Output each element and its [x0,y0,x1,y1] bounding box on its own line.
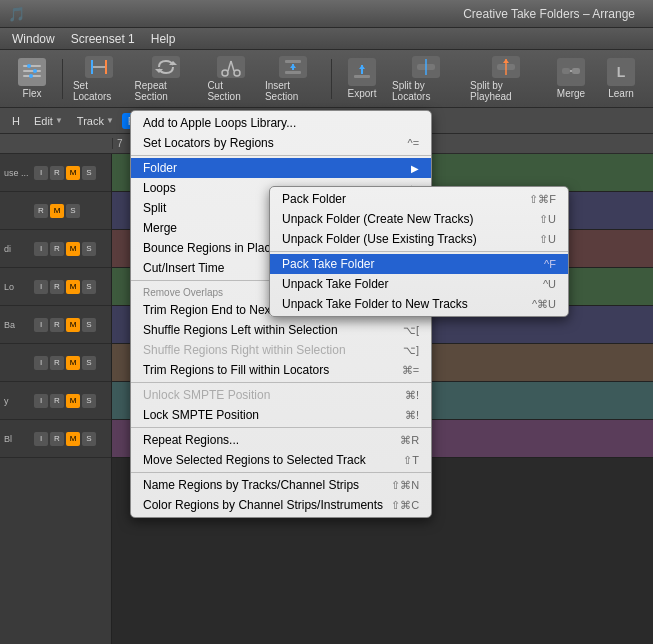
track-header-8: Bl I R M S [0,420,111,458]
svg-marker-26 [503,59,509,63]
svg-rect-27 [562,68,570,74]
menu-unlock-smpte: Unlock SMPTE Position ⌘! [131,385,431,405]
svg-line-13 [228,61,231,71]
track-3-m[interactable]: M [66,242,80,256]
track-5-i[interactable]: I [34,318,48,332]
track-5-r[interactable]: R [50,318,64,332]
split-by-playhead-label: Split by Playhead [470,80,541,102]
track-3-s[interactable]: S [82,242,96,256]
menu-folder[interactable]: Folder ▶ [131,158,431,178]
insert-section-button[interactable]: Insert Section [261,54,325,104]
track-7-name: y [4,396,32,406]
track-header-2: R M S [0,192,111,230]
menu-help[interactable]: Help [143,30,184,48]
track-headers: use ... I R M S R M S di I R M S [0,154,112,644]
track-8-m[interactable]: M [66,432,80,446]
track-6-m[interactable]: M [66,356,80,370]
track-2-m[interactable]: M [50,204,64,218]
track-5-s[interactable]: S [82,318,96,332]
track-area: 7 8 9 10 11 12 use ... I R M S R M S [0,134,653,644]
export-label: Export [348,88,377,99]
track-1-r[interactable]: R [50,166,64,180]
menu-window[interactable]: Window [4,30,63,48]
split-by-playhead-button[interactable]: Split by Playhead [466,54,545,104]
menu-screenset[interactable]: Screenset 1 [63,30,143,48]
track-4-r[interactable]: R [50,280,64,294]
track-1-s[interactable]: S [82,166,96,180]
track-2-s[interactable]: S [66,204,80,218]
menu-color-regions[interactable]: Color Regions by Channel Strips/Instrume… [131,495,431,515]
learn-label: Learn [608,88,634,99]
track-4-s[interactable]: S [82,280,96,294]
track-arrow: ▼ [106,116,114,125]
track-7-s[interactable]: S [82,394,96,408]
menu-move-selected[interactable]: Move Selected Regions to Selected Track … [131,450,431,470]
edit-button[interactable]: Edit ▼ [28,113,69,129]
menu-add-to-apple-loops[interactable]: Add to Apple Loops Library... [131,113,431,133]
track-2-r[interactable]: R [34,204,48,218]
svg-rect-15 [285,60,301,63]
submenu-unpack-take-new-tracks[interactable]: Unpack Take Folder to New Tracks ^⌘U [270,294,568,314]
edit-arrow: ▼ [55,116,63,125]
menu-shuffle-left[interactable]: Shuffle Regions Left within Selection ⌥[ [131,320,431,340]
svg-rect-1 [23,70,41,72]
submenu-pack-take-folder[interactable]: Pack Take Folder ^F [270,254,568,274]
svg-rect-0 [23,65,41,67]
track-3-r[interactable]: R [50,242,64,256]
menu-set-locators[interactable]: Set Locators by Regions ^= [131,133,431,153]
submenu-unpack-existing-tracks[interactable]: Unpack Folder (Use Existing Tracks) ⇧U [270,229,568,249]
track-3-name: di [4,244,32,254]
insert-section-icon [279,56,307,78]
set-locators-icon [85,56,113,78]
merge-button[interactable]: Merge [547,54,595,104]
track-7-r[interactable]: R [50,394,64,408]
split-by-locators-button[interactable]: Split by Locators [388,54,464,104]
track-8-s[interactable]: S [82,432,96,446]
svg-line-14 [231,61,234,71]
set-locators-button[interactable]: Set Locators [69,54,129,104]
repeat-section-button[interactable]: Repeat Section [131,54,202,104]
submenu-unpack-new-tracks[interactable]: Unpack Folder (Create New Tracks) ⇧U [270,209,568,229]
toolbar: Flex Set Locators Repeat Section Cut Sec… [0,50,653,108]
menu-repeat-regions[interactable]: Repeat Regions... ⌘R [131,430,431,450]
track-1-m[interactable]: M [66,166,80,180]
menu-name-regions[interactable]: Name Regions by Tracks/Channel Strips ⇧⌘… [131,475,431,495]
flex-icon [18,58,46,86]
submenu-unpack-take-folder[interactable]: Unpack Take Folder ^U [270,274,568,294]
svg-rect-19 [354,75,370,78]
export-button[interactable]: Export [338,54,386,104]
track-5-m[interactable]: M [66,318,80,332]
track-8-name: Bl [4,434,32,444]
track-3-i[interactable]: I [34,242,48,256]
track-4-name: Lo [4,282,32,292]
track-4-i[interactable]: I [34,280,48,294]
track-4-m[interactable]: M [66,280,80,294]
track-1-i[interactable]: I [34,166,48,180]
export-icon [348,58,376,86]
track-8-r[interactable]: R [50,432,64,446]
split-by-playhead-icon [492,56,520,78]
menu-trim-fill[interactable]: Trim Regions to Fill within Locators ⌘= [131,360,431,380]
track-6-i[interactable]: I [34,356,48,370]
track-7-m[interactable]: M [66,394,80,408]
track-8-i[interactable]: I [34,432,48,446]
menu-lock-smpte[interactable]: Lock SMPTE Position ⌘! [131,405,431,425]
folder-submenu: Pack Folder ⇧⌘F Unpack Folder (Create Ne… [269,186,569,317]
folder-arrow: ▶ [411,163,419,174]
menu-shuffle-right: Shuffle Regions Right within Selection ⌥… [131,340,431,360]
track-button[interactable]: Track ▼ [71,113,120,129]
track-7-i[interactable]: I [34,394,48,408]
menu-div-3 [131,382,431,383]
track-6-s[interactable]: S [82,356,96,370]
insert-section-label: Insert Section [265,80,321,102]
cut-section-button[interactable]: Cut Section [203,54,259,104]
track-6-r[interactable]: R [50,356,64,370]
menu-div-5 [131,472,431,473]
set-locators-label: Set Locators [73,80,125,102]
cut-section-icon [217,56,245,78]
submenu-pack-folder[interactable]: Pack Folder ⇧⌘F [270,189,568,209]
h-button[interactable]: H [6,113,26,129]
flex-button[interactable]: Flex [8,54,56,104]
learn-button[interactable]: L Learn [597,54,645,104]
split-by-locators-icon [412,56,440,78]
